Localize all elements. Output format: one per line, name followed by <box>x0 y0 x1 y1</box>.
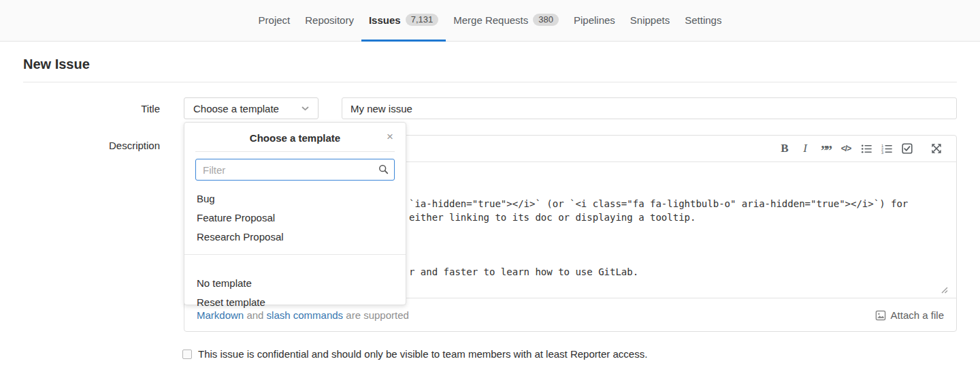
numbered-list-icon[interactable]: 1 2 3 <box>877 136 897 161</box>
code-icon[interactable]: </> <box>836 136 856 161</box>
merge-requests-count-badge: 380 <box>533 14 559 26</box>
description-label: Description <box>0 140 160 151</box>
nav-tab-issues[interactable]: Issues 7,131 <box>361 0 446 42</box>
textarea-resize-handle[interactable] <box>940 284 948 296</box>
nav-tab-pipelines[interactable]: Pipelines <box>566 0 623 42</box>
attach-file-button[interactable]: Attach a file <box>875 309 944 321</box>
nav-tab-settings[interactable]: Settings <box>677 0 729 42</box>
template-dropdown-title: Choose a template × <box>184 123 406 151</box>
template-option-bug[interactable]: Bug <box>184 189 406 208</box>
dropdown-header-divider <box>195 151 395 152</box>
issue-title-input[interactable] <box>342 97 957 119</box>
template-list: Bug Feature Proposal Research Proposal <box>184 189 406 254</box>
template-dropdown-title-text: Choose a template <box>250 132 340 144</box>
chevron-down-icon <box>301 106 309 111</box>
template-option-feature-proposal[interactable]: Feature Proposal <box>184 208 406 228</box>
search-icon <box>378 164 389 177</box>
nav-tab-issues-label: Issues <box>369 14 401 26</box>
confidential-checkbox[interactable] <box>182 350 192 359</box>
confidential-row[interactable]: This issue is confidential and should on… <box>182 348 647 360</box>
svg-text:3: 3 <box>881 150 883 153</box>
template-actions-list: No template Reset template <box>184 264 406 312</box>
issues-count-badge: 7,131 <box>406 14 439 26</box>
heading-divider <box>23 82 957 82</box>
template-dropdown-panel: Choose a template × Bug Feature Proposal… <box>184 122 406 305</box>
attach-file-label: Attach a file <box>891 309 944 321</box>
nav-tab-repository[interactable]: Repository <box>297 0 361 42</box>
title-label: Title <box>0 103 160 114</box>
template-option-research-proposal[interactable]: Research Proposal <box>184 228 406 247</box>
nav-tab-merge-requests[interactable]: Merge Requests 380 <box>446 0 566 42</box>
italic-icon[interactable]: I <box>795 136 815 161</box>
task-list-icon[interactable] <box>897 136 917 161</box>
nav-tab-project[interactable]: Project <box>251 0 298 42</box>
bulleted-list-icon[interactable] <box>856 136 877 161</box>
confidential-label: This issue is confidential and should on… <box>198 348 647 360</box>
template-filter-input[interactable] <box>195 159 395 181</box>
attach-file-icon <box>875 310 886 321</box>
dropdown-list-divider <box>184 254 406 255</box>
page-title: New Issue <box>23 57 90 72</box>
fullscreen-icon[interactable] <box>926 136 947 161</box>
choose-template-button[interactable]: Choose a template <box>184 97 318 119</box>
reset-template-option[interactable]: Reset template <box>184 293 406 312</box>
nav-tab-snippets[interactable]: Snippets <box>623 0 677 42</box>
nav-tab-merge-requests-label: Merge Requests <box>453 14 528 26</box>
no-template-option[interactable]: No template <box>184 274 406 293</box>
project-nav: Project Repository Issues 7,131 Merge Re… <box>0 0 980 42</box>
bold-icon[interactable]: B <box>774 136 795 161</box>
close-icon[interactable]: × <box>387 131 393 142</box>
quote-icon[interactable]: ”” <box>815 136 836 161</box>
choose-template-button-label: Choose a template <box>193 103 279 114</box>
